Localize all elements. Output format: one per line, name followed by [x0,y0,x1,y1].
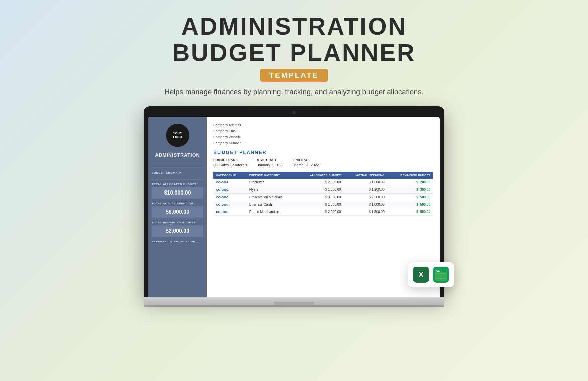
sheets-icon: GS [433,267,449,283]
laptop-screen-area: YOUR LOGO ADMINISTRATION BUDGET SUMMARY … [144,106,444,297]
budget-meta-row: BUDGET NAME Q1 Sales Collaterals START D… [213,158,433,168]
laptop-foot [144,305,444,307]
cell-allocated: $ 1,500.00 [297,186,344,194]
cell-remaining: $ 200.00 [387,179,433,186]
total-remaining-label: TOTAL REMAINING BUDGET [152,221,203,224]
cell-allocated: $ 3,000.00 [297,194,344,201]
cell-id: CC-0005 [213,208,247,216]
app-icons: X GS [408,262,454,287]
cell-category: Promo Merchandise [247,208,297,216]
laptop-mockup: YOUR LOGO ADMINISTRATION BUDGET SUMMARY … [144,106,444,307]
spreadsheet-main: Company Address Company Email Company We… [207,117,440,297]
cell-actual: $ 1,500.00 [344,208,387,216]
sidebar-divider-1 [152,168,203,168]
cell-actual: $ 1,200.00 [344,186,387,194]
cell-actual: $ 1,000.00 [344,201,387,208]
cell-actual: $ 1,800.00 [344,179,387,186]
admin-title: ADMINISTRATION [155,152,200,158]
logo-text: YOUR LOGO [173,132,182,139]
col-header-id: CATEGORY ID [213,172,247,179]
main-title: ADMINISTRATION BUDGET PLANNER [164,13,423,66]
subtitle: Helps manage finances by planning, track… [164,88,423,96]
budget-planner-title: BUDGET PLANNER [213,150,433,155]
col-header-actual: ACTUAL SPENDING [344,172,387,179]
sidebar-divider-2 [152,179,203,179]
table-row: CC-0002 Flyers $ 1,500.00 $ 1,200.00 $ 3… [213,186,433,194]
cell-remaining: $ 500.00 [387,194,433,201]
laptop-base [144,297,444,305]
laptop-camera [292,111,296,114]
spreadsheet-sidebar: YOUR LOGO ADMINISTRATION BUDGET SUMMARY … [148,117,207,297]
cell-allocated: $ 1,500.00 [297,201,344,208]
cell-id: CC-0003 [213,194,247,201]
cell-allocated: $ 2,000.00 [297,208,344,216]
table-row: CC-0004 Business Cards $ 1,500.00 $ 1,00… [213,201,433,208]
cell-remaining: $ 300.00 [387,186,433,194]
end-date-label: END DATE [293,158,319,162]
col-header-allocated: ALLOCATED BUDGET [297,172,344,179]
cell-allocated: $ 2,000.00 [297,179,344,186]
cell-remaining: $ 500.00 [387,201,433,208]
total-allocated-value: $10,000.00 [152,187,203,199]
cell-category: Business Cards [247,201,297,208]
total-actual-label: TOTAL ACTUAL SPENDING [152,202,203,205]
budget-name-value: Q1 Sales Collaterals [213,163,247,167]
cell-id: CC-0002 [213,186,247,194]
budget-name-label: BUDGET NAME [213,158,247,162]
template-badge: TEMPLATE [260,69,328,82]
table-row: CC-0003 Presentation Materials $ 3,000.0… [213,194,433,201]
cell-id: CC-0004 [213,201,247,208]
company-info: Company Address Company Email Company We… [213,122,433,146]
laptop-screen: YOUR LOGO ADMINISTRATION BUDGET SUMMARY … [148,117,440,297]
cell-id: CC-0001 [213,179,247,186]
page-header: ADMINISTRATION BUDGET PLANNER TEMPLATE H… [164,13,423,96]
cell-category: Presentation Materials [247,194,297,201]
table-row: CC-0001 Brochures $ 2,000.00 $ 1,800.00 … [213,179,433,186]
start-date-label: START DATE [257,158,283,162]
col-header-remaining: REMAINING BUDGET [387,172,433,179]
table-row: CC-0005 Promo Merchandise $ 2,000.00 $ 1… [213,208,433,216]
cell-remaining: $ 500.00 [387,208,433,216]
cell-actual: $ 2,500.00 [344,194,387,201]
excel-icon: X [413,267,429,283]
end-date-col: END DATE March 31, 2022 [293,158,319,168]
total-actual-value: $8,000.00 [152,206,203,218]
start-date-value: January 1, 2022 [257,163,283,167]
cell-category: Brochures [247,179,297,186]
svg-text:GS: GS [436,270,440,272]
budget-summary-label: BUDGET SUMMARY [152,171,203,174]
expense-count-label: EXPENSE CATEGORY COUNT [152,240,203,243]
end-date-value: March 31, 2022 [293,163,319,167]
budget-table: CATEGORY ID EXPENSE CATEGORY ALLOCATED B… [213,172,433,216]
company-logo: YOUR LOGO [166,124,189,147]
total-allocated-label: TOTAL ALLOCATED BUDGET [152,183,203,186]
col-header-category: EXPENSE CATEGORY [247,172,297,179]
start-date-col: START DATE January 1, 2022 [257,158,283,168]
total-remaining-value: $2,000.00 [152,225,203,237]
budget-name-col: BUDGET NAME Q1 Sales Collaterals [213,158,247,168]
cell-category: Flyers [247,186,297,194]
